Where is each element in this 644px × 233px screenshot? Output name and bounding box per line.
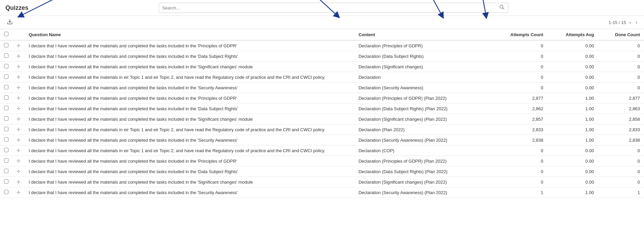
row-checkbox-cell[interactable] bbox=[0, 93, 12, 103]
attempts-count-cell: 0 bbox=[490, 177, 547, 187]
download-button[interactable] bbox=[5, 18, 14, 27]
search-button[interactable] bbox=[499, 4, 505, 11]
row-checkbox[interactable] bbox=[4, 190, 8, 194]
drag-handle[interactable]: ✛ bbox=[12, 166, 25, 177]
attempts-avg-cell: 0.00 bbox=[547, 166, 598, 177]
row-checkbox[interactable] bbox=[4, 179, 8, 184]
attempts-avg-cell: 1.00 bbox=[547, 187, 598, 198]
row-checkbox[interactable] bbox=[4, 85, 8, 89]
table-row: ✛ I declare that I have reviewed all the… bbox=[0, 114, 644, 124]
row-checkbox[interactable] bbox=[4, 169, 8, 173]
drag-handle[interactable]: ✛ bbox=[12, 83, 25, 93]
row-checkbox[interactable] bbox=[4, 137, 8, 142]
drag-handle[interactable]: ✛ bbox=[12, 51, 25, 62]
content-cell: Declaration (Data Subject Rights) bbox=[354, 51, 490, 62]
drag-handle[interactable]: ✛ bbox=[12, 93, 25, 103]
drag-handle[interactable]: ✛ bbox=[12, 187, 25, 198]
row-checkbox-cell[interactable] bbox=[0, 166, 12, 177]
row-checkbox[interactable] bbox=[4, 148, 8, 152]
next-page-button[interactable]: › bbox=[634, 19, 639, 26]
attempts-count-cell: 2,862 bbox=[490, 103, 547, 114]
drag-handle[interactable]: ✛ bbox=[12, 156, 25, 166]
drag-handle[interactable]: ✛ bbox=[12, 135, 25, 145]
question-name-cell: I declare that I have reviewed all the m… bbox=[25, 72, 354, 83]
attempts-count-cell: 0 bbox=[490, 166, 547, 177]
prev-page-button[interactable]: ‹ bbox=[628, 19, 633, 26]
row-checkbox-cell[interactable] bbox=[0, 135, 12, 145]
done-count-cell: 0 bbox=[598, 145, 644, 156]
question-name-header: Question Name bbox=[25, 29, 354, 40]
row-checkbox-cell[interactable] bbox=[0, 83, 12, 93]
content-cell: Declaration (Data Subject Rights) (Plan … bbox=[354, 103, 490, 114]
drag-handle[interactable]: ✛ bbox=[12, 40, 25, 51]
row-checkbox[interactable] bbox=[4, 158, 8, 163]
content-cell: Declaration (Principles of GDPR) (Plan 2… bbox=[354, 156, 490, 166]
row-checkbox-cell[interactable] bbox=[0, 187, 12, 198]
done-count-cell: 0 bbox=[598, 83, 644, 93]
content-cell: Declaration bbox=[354, 72, 490, 83]
row-checkbox-cell[interactable] bbox=[0, 51, 12, 62]
row-checkbox[interactable] bbox=[4, 106, 8, 110]
table-row: ✛ I declare that I have reviewed all the… bbox=[0, 124, 644, 135]
done-count-cell: 0 bbox=[598, 166, 644, 177]
attempts-count-cell: 0 bbox=[490, 145, 547, 156]
table-row: ✛ I declare that I have reviewed all the… bbox=[0, 156, 644, 166]
attempts-avg-cell: 0.00 bbox=[547, 72, 598, 83]
attempts-avg-cell: 1.00 bbox=[547, 114, 598, 124]
row-checkbox[interactable] bbox=[4, 43, 8, 47]
row-checkbox-cell[interactable] bbox=[0, 103, 12, 114]
drag-handle[interactable]: ✛ bbox=[12, 177, 25, 187]
row-checkbox-cell[interactable] bbox=[0, 145, 12, 156]
select-all-checkbox[interactable] bbox=[4, 32, 8, 36]
done-count-cell: 2,858 bbox=[598, 114, 644, 124]
row-checkbox-cell[interactable] bbox=[0, 124, 12, 135]
row-checkbox-cell[interactable] bbox=[0, 72, 12, 83]
drag-handle[interactable]: ✛ bbox=[12, 145, 25, 156]
done-count-cell: 0 bbox=[598, 177, 644, 187]
row-checkbox[interactable] bbox=[4, 116, 8, 121]
done-count-cell: 0 bbox=[598, 51, 644, 62]
attempts-avg-cell: 0.00 bbox=[547, 177, 598, 187]
drag-handle[interactable]: ✛ bbox=[12, 62, 25, 72]
row-checkbox-cell[interactable] bbox=[0, 156, 12, 166]
attempts-count-cell: 2,877 bbox=[490, 93, 547, 103]
row-checkbox-cell[interactable] bbox=[0, 114, 12, 124]
drag-handle[interactable]: ✛ bbox=[12, 114, 25, 124]
row-checkbox[interactable] bbox=[4, 64, 8, 68]
content-cell: Declaration (Plan 2022) bbox=[354, 124, 490, 135]
row-checkbox[interactable] bbox=[4, 53, 8, 58]
drag-handle[interactable]: ✛ bbox=[12, 72, 25, 83]
quizzes-table: Question Name Content Attempts Count Att… bbox=[0, 29, 644, 198]
row-checkbox[interactable] bbox=[4, 127, 8, 131]
question-name-cell: I declare that I have reviewed all the m… bbox=[25, 124, 354, 135]
done-count-cell: 2,877 bbox=[598, 93, 644, 103]
search-container bbox=[42, 3, 625, 13]
drag-handle[interactable]: ✛ bbox=[12, 124, 25, 135]
question-name-cell: I declare that I have reviewed all the m… bbox=[25, 114, 354, 124]
table-row: ✛ I declare that I have reviewed all the… bbox=[0, 40, 644, 51]
row-checkbox-cell[interactable] bbox=[0, 40, 12, 51]
attempts-avg-cell: 0.00 bbox=[547, 83, 598, 93]
attempts-count-header: Attempts Count bbox=[490, 29, 547, 40]
done-count-cell: 2,863 bbox=[598, 103, 644, 114]
select-all-checkbox-header[interactable] bbox=[0, 29, 12, 40]
content-cell: Declaration (Data Subject Rights) (Plan … bbox=[354, 166, 490, 177]
question-name-cell: I declare that I have reviewed all the m… bbox=[25, 93, 354, 103]
row-checkbox[interactable] bbox=[4, 95, 8, 100]
search-input[interactable] bbox=[162, 5, 500, 10]
drag-header bbox=[12, 29, 25, 40]
attempts-avg-cell: 0.00 bbox=[547, 62, 598, 72]
done-count-cell: 2,833 bbox=[598, 124, 644, 135]
content-cell: Declaration (Security Awareness) (Plan 2… bbox=[354, 135, 490, 145]
content-header: Content bbox=[354, 29, 490, 40]
table-row: ✛ I declare that I have reviewed all the… bbox=[0, 177, 644, 187]
question-name-cell: I declare that I have reviewed all the m… bbox=[25, 135, 354, 145]
question-name-cell: I declare that I have reviewed all the m… bbox=[25, 103, 354, 114]
pagination: 1-15 / 15 ‹ › bbox=[609, 19, 639, 26]
row-checkbox-cell[interactable] bbox=[0, 62, 12, 72]
question-name-cell: I declare that I have reviewed all the m… bbox=[25, 40, 354, 51]
row-checkbox-cell[interactable] bbox=[0, 177, 12, 187]
row-checkbox[interactable] bbox=[4, 74, 8, 79]
drag-handle[interactable]: ✛ bbox=[12, 103, 25, 114]
content-cell: Declaration (Security Awareness) bbox=[354, 83, 490, 93]
